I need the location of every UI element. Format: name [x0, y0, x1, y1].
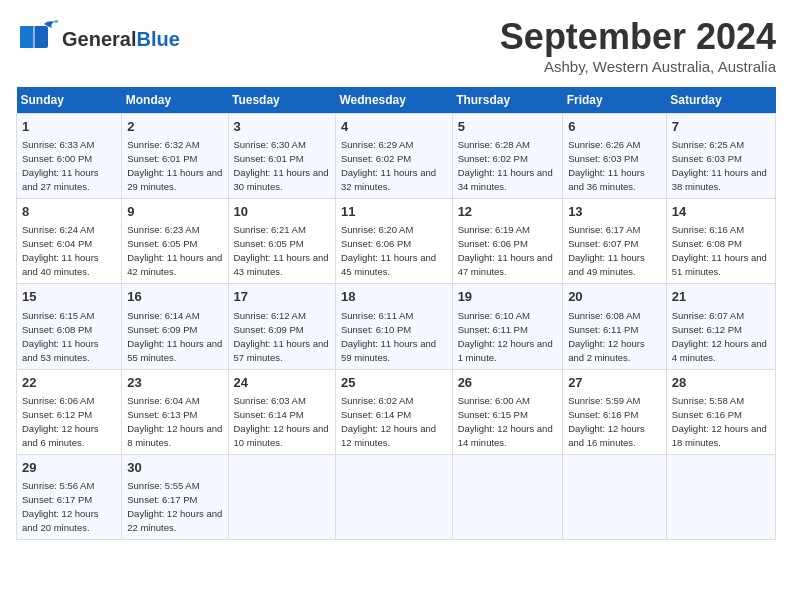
day-3: 3Sunrise: 6:30 AMSunset: 6:01 PMDaylight…	[228, 114, 335, 199]
day-29: 29Sunrise: 5:56 AMSunset: 6:17 PMDayligh…	[17, 454, 122, 539]
day-1: 1Sunrise: 6:33 AMSunset: 6:00 PMDaylight…	[17, 114, 122, 199]
day-empty	[666, 454, 775, 539]
month-title: September 2024	[500, 16, 776, 58]
calendar-week-4: 22Sunrise: 6:06 AMSunset: 6:12 PMDayligh…	[17, 369, 776, 454]
calendar-week-1: 1Sunrise: 6:33 AMSunset: 6:00 PMDaylight…	[17, 114, 776, 199]
day-26: 26Sunrise: 6:00 AMSunset: 6:15 PMDayligh…	[452, 369, 563, 454]
header-sunday: Sunday	[17, 87, 122, 114]
day-24: 24Sunrise: 6:03 AMSunset: 6:14 PMDayligh…	[228, 369, 335, 454]
header-wednesday: Wednesday	[335, 87, 452, 114]
day-16: 16Sunrise: 6:14 AMSunset: 6:09 PMDayligh…	[122, 284, 228, 369]
day-13: 13Sunrise: 6:17 AMSunset: 6:07 PMDayligh…	[563, 199, 667, 284]
calendar-week-5: 29Sunrise: 5:56 AMSunset: 6:17 PMDayligh…	[17, 454, 776, 539]
day-empty	[452, 454, 563, 539]
day-25: 25Sunrise: 6:02 AMSunset: 6:14 PMDayligh…	[335, 369, 452, 454]
day-27: 27Sunrise: 5:59 AMSunset: 6:16 PMDayligh…	[563, 369, 667, 454]
header-friday: Friday	[563, 87, 667, 114]
day-30: 30Sunrise: 5:55 AMSunset: 6:17 PMDayligh…	[122, 454, 228, 539]
day-23: 23Sunrise: 6:04 AMSunset: 6:13 PMDayligh…	[122, 369, 228, 454]
header-saturday: Saturday	[666, 87, 775, 114]
day-17: 17Sunrise: 6:12 AMSunset: 6:09 PMDayligh…	[228, 284, 335, 369]
title-block: September 2024 Ashby, Western Australia,…	[500, 16, 776, 75]
logo-icon-area	[16, 16, 58, 62]
day-12: 12Sunrise: 6:19 AMSunset: 6:06 PMDayligh…	[452, 199, 563, 284]
day-8: 8Sunrise: 6:24 AMSunset: 6:04 PMDaylight…	[17, 199, 122, 284]
logo: GeneralBlue	[16, 16, 180, 62]
day-7: 7Sunrise: 6:25 AMSunset: 6:03 PMDaylight…	[666, 114, 775, 199]
calendar-week-3: 15Sunrise: 6:15 AMSunset: 6:08 PMDayligh…	[17, 284, 776, 369]
day-empty	[335, 454, 452, 539]
calendar-header-row: Sunday Monday Tuesday Wednesday Thursday…	[17, 87, 776, 114]
location-subtitle: Ashby, Western Australia, Australia	[500, 58, 776, 75]
day-empty	[228, 454, 335, 539]
general-blue-logo	[16, 16, 58, 58]
day-empty	[563, 454, 667, 539]
calendar-table: Sunday Monday Tuesday Wednesday Thursday…	[16, 87, 776, 540]
day-2: 2Sunrise: 6:32 AMSunset: 6:01 PMDaylight…	[122, 114, 228, 199]
page-header: GeneralBlue September 2024 Ashby, Wester…	[16, 16, 776, 75]
calendar-week-2: 8Sunrise: 6:24 AMSunset: 6:04 PMDaylight…	[17, 199, 776, 284]
day-4: 4Sunrise: 6:29 AMSunset: 6:02 PMDaylight…	[335, 114, 452, 199]
day-10: 10Sunrise: 6:21 AMSunset: 6:05 PMDayligh…	[228, 199, 335, 284]
day-21: 21Sunrise: 6:07 AMSunset: 6:12 PMDayligh…	[666, 284, 775, 369]
day-18: 18Sunrise: 6:11 AMSunset: 6:10 PMDayligh…	[335, 284, 452, 369]
day-19: 19Sunrise: 6:10 AMSunset: 6:11 PMDayligh…	[452, 284, 563, 369]
header-tuesday: Tuesday	[228, 87, 335, 114]
header-monday: Monday	[122, 87, 228, 114]
logo-general: General	[62, 28, 136, 50]
day-9: 9Sunrise: 6:23 AMSunset: 6:05 PMDaylight…	[122, 199, 228, 284]
day-20: 20Sunrise: 6:08 AMSunset: 6:11 PMDayligh…	[563, 284, 667, 369]
day-14: 14Sunrise: 6:16 AMSunset: 6:08 PMDayligh…	[666, 199, 775, 284]
day-28: 28Sunrise: 5:58 AMSunset: 6:16 PMDayligh…	[666, 369, 775, 454]
day-6: 6Sunrise: 6:26 AMSunset: 6:03 PMDaylight…	[563, 114, 667, 199]
logo-text-block: GeneralBlue	[62, 28, 180, 50]
header-thursday: Thursday	[452, 87, 563, 114]
day-22: 22Sunrise: 6:06 AMSunset: 6:12 PMDayligh…	[17, 369, 122, 454]
day-11: 11Sunrise: 6:20 AMSunset: 6:06 PMDayligh…	[335, 199, 452, 284]
svg-rect-1	[20, 26, 34, 48]
day-15: 15Sunrise: 6:15 AMSunset: 6:08 PMDayligh…	[17, 284, 122, 369]
logo-blue: Blue	[136, 28, 179, 50]
day-5: 5Sunrise: 6:28 AMSunset: 6:02 PMDaylight…	[452, 114, 563, 199]
